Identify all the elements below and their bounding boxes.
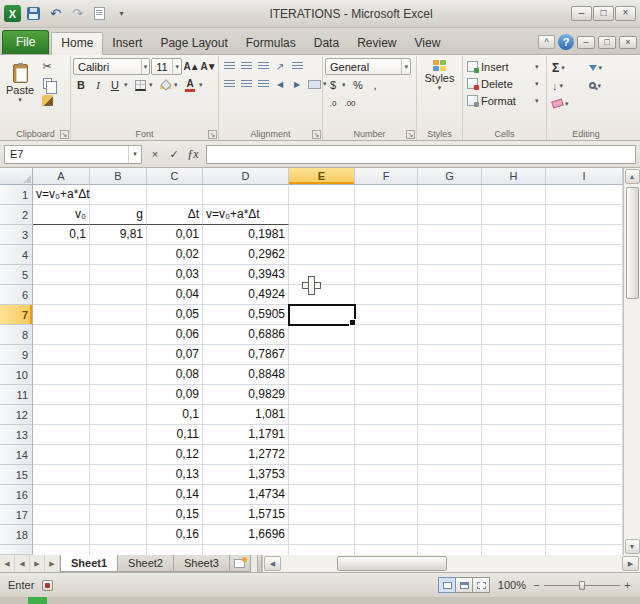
cell-C13[interactable]: 0,11 (147, 425, 203, 445)
row-header-12[interactable]: 12 (0, 405, 33, 425)
paste-button[interactable]: Paste ▾ (3, 58, 37, 108)
cell-G12[interactable] (418, 405, 482, 425)
help-button[interactable]: ? (558, 34, 574, 50)
select-all-corner[interactable] (0, 168, 33, 185)
cell-B16[interactable] (90, 485, 147, 505)
cell-D17[interactable]: 1,5715 (203, 505, 289, 525)
cell-A17[interactable] (33, 505, 90, 525)
cell-A1[interactable]: v=v₀+a*Δt (33, 185, 90, 205)
cell-G1[interactable] (418, 185, 482, 205)
cell-I6[interactable] (546, 285, 623, 305)
font-dialog-launcher[interactable]: ↘ (208, 130, 217, 139)
save-button[interactable] (24, 4, 43, 23)
cell-D1[interactable] (203, 185, 289, 205)
tab-file[interactable]: File (2, 30, 49, 54)
cell-I1[interactable] (546, 185, 623, 205)
redo-button[interactable]: ↷ (68, 4, 87, 23)
cell-H13[interactable] (482, 425, 546, 445)
cell-G10[interactable] (418, 365, 482, 385)
cell-E18[interactable] (289, 525, 355, 545)
cell-D7[interactable]: 0,5905 (203, 305, 289, 325)
zoom-slider-track[interactable] (544, 580, 620, 591)
format-cells-button[interactable]: Format ▾ (465, 92, 544, 109)
insert-cells-button[interactable]: Insert ▾ (465, 58, 544, 75)
cell-I7[interactable] (546, 305, 623, 325)
zoom-in-button[interactable]: + (623, 579, 632, 591)
last-sheet-button[interactable]: ▶ (45, 555, 60, 572)
insert-worksheet-button[interactable] (229, 555, 251, 572)
workbook-minimize-button[interactable]: – (577, 36, 595, 49)
cell-D8[interactable]: 0,6886 (203, 325, 289, 345)
row-header-1[interactable]: 1 (0, 185, 33, 205)
cell-C10[interactable]: 0,08 (147, 365, 203, 385)
tab-page-layout[interactable]: Page Layout (151, 33, 236, 54)
cell-D14[interactable]: 1,2772 (203, 445, 289, 465)
cell-E12[interactable] (289, 405, 355, 425)
column-header-A[interactable]: A (33, 168, 90, 185)
cell-G16[interactable] (418, 485, 482, 505)
cell-D11[interactable]: 0,9829 (203, 385, 289, 405)
cell-E16[interactable] (289, 485, 355, 505)
scroll-right-icon[interactable]: ▶ (622, 556, 639, 571)
cell-F9[interactable] (355, 345, 418, 365)
number-format-select[interactable]: General▾ (325, 58, 411, 75)
cell-I9[interactable] (546, 345, 623, 365)
cell-C14[interactable]: 0,12 (147, 445, 203, 465)
cell-A9[interactable] (33, 345, 90, 365)
shrink-font-button[interactable]: A▼ (200, 59, 216, 75)
row-header-9[interactable]: 9 (0, 345, 33, 365)
cell-H18[interactable] (482, 525, 546, 545)
zoom-out-button[interactable]: − (532, 579, 541, 591)
previous-sheet-button[interactable]: ◀ (15, 555, 30, 572)
taskbar-button[interactable] (28, 597, 47, 604)
borders-button[interactable] (132, 77, 148, 93)
align-center-button[interactable] (238, 76, 254, 92)
cell-I3[interactable] (546, 225, 623, 245)
undo-button[interactable]: ↶ (46, 4, 65, 23)
cell-C12[interactable]: 0,1 (147, 405, 203, 425)
cell-A13[interactable] (33, 425, 90, 445)
cell-H16[interactable] (482, 485, 546, 505)
cell-E3[interactable] (289, 225, 355, 245)
cell-C1[interactable] (147, 185, 203, 205)
cell-H5[interactable] (482, 265, 546, 285)
cell-F8[interactable] (355, 325, 418, 345)
cell-F10[interactable] (355, 365, 418, 385)
cell-H1[interactable] (482, 185, 546, 205)
font-color-button[interactable]: A (182, 77, 198, 93)
row-header-14[interactable]: 14 (0, 445, 33, 465)
cell-C4[interactable]: 0,02 (147, 245, 203, 265)
cell-I16[interactable] (546, 485, 623, 505)
row-header-8[interactable]: 8 (0, 325, 33, 345)
cell-H15[interactable] (482, 465, 546, 485)
workbook-restore-button[interactable]: □ (598, 36, 616, 49)
minimize-button[interactable]: – (571, 6, 592, 21)
cell-I18[interactable] (546, 525, 623, 545)
minimize-ribbon-button[interactable]: ^ (538, 35, 555, 49)
cell-A7[interactable] (33, 305, 90, 325)
grow-font-button[interactable]: A▲ (183, 59, 199, 75)
horizontal-scrollbar-thumb[interactable] (337, 556, 447, 571)
increase-decimal-button[interactable]: .0 (325, 95, 341, 111)
horizontal-scrollbar-track[interactable] (282, 555, 621, 572)
italic-button[interactable]: I (90, 77, 106, 93)
row-header-11[interactable]: 11 (0, 385, 33, 405)
cell-D15[interactable]: 1,3753 (203, 465, 289, 485)
column-header-E[interactable]: E (289, 168, 355, 185)
cell-I11[interactable] (546, 385, 623, 405)
scroll-left-icon[interactable]: ◀ (264, 556, 281, 571)
cell-A6[interactable] (33, 285, 90, 305)
alignment-dialog-launcher[interactable]: ↘ (312, 130, 321, 139)
font-size-select[interactable]: 11▾ (151, 58, 182, 75)
decrease-indent-button[interactable]: ◀ (272, 76, 288, 92)
cell-A4[interactable] (33, 245, 90, 265)
cell-B1[interactable] (90, 185, 147, 205)
cell-D6[interactable]: 0,4924 (203, 285, 289, 305)
cell-C5[interactable]: 0,03 (147, 265, 203, 285)
cell-A8[interactable] (33, 325, 90, 345)
column-header-B[interactable]: B (90, 168, 147, 185)
macro-record-button[interactable] (42, 580, 53, 591)
formula-input[interactable] (206, 145, 636, 164)
restore-button[interactable]: □ (593, 6, 614, 21)
cell-B12[interactable] (90, 405, 147, 425)
